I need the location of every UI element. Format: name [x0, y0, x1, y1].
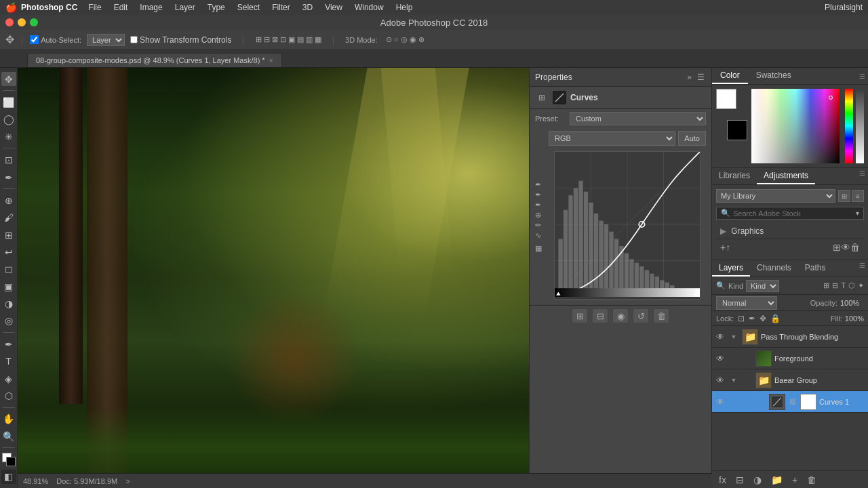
apple-menu[interactable]: 🍎 [5, 2, 17, 13]
menu-type[interactable]: Type [202, 1, 231, 14]
layer-visibility-eye[interactable]: 👁 [715, 396, 726, 407]
auto-button[interactable]: Auto [678, 131, 706, 146]
clip-to-layer-button[interactable]: ⊟ [592, 308, 608, 323]
type-tool[interactable]: T [1, 354, 16, 369]
history-brush-tool[interactable]: ↩ [1, 245, 16, 259]
lock-pixels-icon[interactable]: ✒ [749, 314, 755, 323]
grid-view-button[interactable]: ⊞ [833, 242, 841, 253]
menu-layer[interactable]: Layer [170, 1, 201, 14]
channel-select[interactable]: RGB Red Green Blue [549, 131, 675, 146]
move-tool-button[interactable]: ✥ [1, 72, 16, 86]
foreground-color-swatch[interactable] [716, 89, 736, 109]
library-grid-view[interactable]: ⊞ [838, 190, 850, 202]
pencil-tool[interactable]: ✏ [535, 221, 542, 230]
swatches-tab[interactable]: Swatches [748, 68, 800, 84]
curves-properties-icon[interactable]: ⊞ [535, 91, 549, 104]
fill-value[interactable]: 100% [845, 314, 864, 323]
canvas-area[interactable]: Properties » ☰ ⊞ Curves Preset: Custom [18, 68, 712, 488]
layer-visibility-eye[interactable]: 👁 [715, 331, 726, 342]
smart-filter-icon[interactable]: ✦ [858, 281, 864, 290]
background-color-swatch[interactable] [727, 120, 747, 140]
layer-visibility-eye[interactable]: 👁 [715, 353, 726, 364]
pixel-filter-icon[interactable]: ⊞ [823, 281, 829, 290]
menu-help[interactable]: Help [391, 1, 418, 14]
eye-icon[interactable]: 👁 [841, 242, 850, 253]
chain-link-icon[interactable]: ⛓ [788, 398, 797, 405]
lock-position-icon[interactable]: ✥ [760, 314, 766, 323]
delete-library-button[interactable]: 🗑 [850, 242, 860, 253]
library-list-view[interactable]: ≡ [852, 190, 864, 202]
add-group-button[interactable]: 📁 [768, 473, 785, 487]
eyedropper-black-tool[interactable]: ✒ [535, 180, 542, 189]
blend-mode-select[interactable]: Normal Multiply Screen Overlay [716, 296, 777, 310]
shape-filter-icon[interactable]: ⬡ [848, 281, 855, 290]
reset-button[interactable]: ↺ [633, 308, 649, 323]
channels-tab[interactable]: Channels [750, 260, 798, 277]
tab-close-button[interactable]: × [269, 57, 273, 64]
smooth-tool[interactable]: ∿ [535, 231, 542, 240]
color-panel-menu[interactable]: ☰ [859, 73, 865, 80]
app-name[interactable]: Photoshop CC [21, 3, 77, 12]
preset-select[interactable]: Custom Default [570, 112, 706, 125]
add-mask-button[interactable]: ⊟ [733, 473, 747, 487]
lock-transparent-icon[interactable]: ⊡ [738, 314, 745, 323]
brush-tool[interactable]: 🖌 [1, 211, 16, 225]
library-select[interactable]: My Library [716, 189, 835, 203]
menu-view[interactable]: View [319, 1, 348, 14]
stamp-tool[interactable]: ⊞ [1, 228, 16, 242]
menu-image[interactable]: Image [134, 1, 167, 14]
menu-filter[interactable]: Filter [267, 1, 296, 14]
layer-select[interactable]: Layer [87, 34, 125, 46]
layer-kind-select[interactable]: Kind [746, 280, 779, 292]
search-dropdown-icon[interactable]: ▾ [856, 209, 859, 217]
menu-select[interactable]: Select [232, 1, 265, 14]
eyedropper-gray-tool[interactable]: ✒ [535, 190, 542, 199]
new-layer-button[interactable]: + [789, 473, 800, 487]
menu-file[interactable]: File [83, 1, 106, 14]
show-transform-checkbox[interactable] [130, 36, 138, 43]
opacity-value[interactable]: 100% [840, 299, 864, 307]
maximize-button[interactable] [30, 18, 38, 26]
libraries-tab[interactable]: Libraries [712, 168, 757, 184]
graphics-item[interactable]: ▶ Graphics [716, 224, 864, 239]
lock-all-icon[interactable]: 🔒 [770, 314, 781, 323]
library-search-bar[interactable]: 🔍 ▾ [716, 207, 864, 220]
sample-tool[interactable]: ⊕ [535, 211, 542, 220]
path-select-tool[interactable]: ◈ [1, 371, 16, 386]
dodge-tool[interactable]: ◎ [1, 314, 16, 328]
eraser-tool[interactable]: ◻ [1, 262, 16, 277]
delete-layer-button[interactable]: 🗑 [804, 473, 819, 487]
document-tab[interactable]: 08-group-composite-modes.psd @ 48.9% (Cu… [27, 53, 282, 67]
color-swatches[interactable] [716, 89, 747, 123]
foreground-background-colors[interactable] [1, 452, 16, 466]
quick-mask-button[interactable]: ◧ [1, 470, 16, 484]
minimize-button[interactable] [18, 18, 26, 26]
menu-edit[interactable]: Edit [108, 1, 134, 14]
color-picker-field[interactable] [751, 89, 840, 163]
rectangular-marquee-tool[interactable]: ⬜ [1, 95, 16, 109]
add-library-button[interactable]: + [720, 242, 726, 253]
toggle-visibility-button[interactable]: ◉ [612, 308, 629, 323]
add-layer-style-button[interactable]: fx [716, 473, 729, 487]
curves-icon[interactable] [553, 91, 566, 104]
layers-tab[interactable]: Layers [712, 260, 750, 277]
status-arrow[interactable]: > [125, 477, 130, 485]
panel-menu-icon[interactable]: ☰ [696, 71, 706, 83]
pen-tool[interactable]: ✒ [1, 337, 16, 351]
expand-panel-icon[interactable]: » [686, 71, 693, 83]
expand-properties-button[interactable]: ⊞ [572, 308, 588, 323]
eyedropper-white-tool[interactable]: ✒ [535, 201, 542, 209]
layer-row-curves-1[interactable]: 👁 ⛓ Curves 1 [712, 391, 868, 413]
type-filter-icon[interactable]: T [841, 281, 846, 290]
close-button[interactable] [5, 18, 14, 26]
lasso-tool[interactable]: ◯ [1, 113, 16, 127]
layer-visibility-eye[interactable]: 👁 [715, 375, 726, 386]
auto-select-checkbox[interactable] [30, 35, 39, 44]
color-tab[interactable]: Color [712, 68, 748, 84]
layer-row-pass-through[interactable]: 👁 ▼ 📁 Pass Through Blending [712, 326, 868, 348]
upload-library-button[interactable]: ↑ [726, 242, 730, 253]
hand-tool[interactable]: ✋ [1, 412, 16, 426]
paths-tab[interactable]: Paths [798, 260, 833, 277]
library-search-input[interactable] [733, 209, 856, 218]
magic-wand-tool[interactable]: ✳ [1, 129, 16, 144]
